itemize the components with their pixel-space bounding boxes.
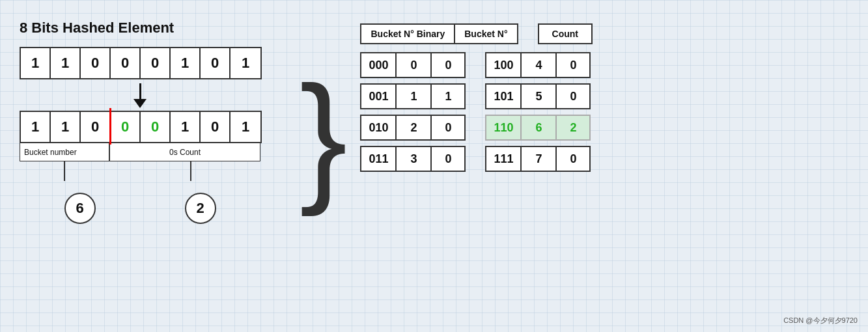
data-column-left: 000 0 0 001 1 1 010 2 0 011 3 0 [360,52,466,172]
top-bit-5: 1 [171,48,201,78]
cell-count: 0 [430,146,466,172]
table-row: 111 7 0 [485,146,591,172]
table-row-highlighted: 110 6 2 [485,115,591,141]
top-bit-1: 1 [51,48,81,78]
left-section: 8 Bits Hashed Element 1 1 0 0 0 1 0 1 1 … [20,13,293,224]
data-column-right: 100 4 0 101 5 0 110 6 2 111 7 0 [485,52,591,172]
table-row: 000 0 0 [360,52,466,78]
bottom-bit-7: 1 [231,112,260,142]
bucket-number-label: Bucket number [20,143,110,161]
credit-text: CSDN @今夕何夕9720 [783,316,858,325]
cell-count: 1 [430,83,466,109]
table-row: 101 5 0 [485,83,591,109]
top-bit-row: 1 1 0 0 0 1 0 1 [20,47,262,79]
header-group-left: Bucket N° Binary Bucket N° [360,23,518,44]
top-bit-7: 1 [231,48,260,78]
table-row: 010 2 0 [360,115,466,141]
bottom-bit-5: 1 [171,112,201,142]
circle-bucket-number: 6 [64,193,96,224]
cell-binary: 001 [360,83,395,109]
cell-num: 2 [395,115,430,141]
cell-binary: 101 [485,83,520,109]
cell-count: 0 [430,115,466,141]
top-bit-4: 0 [141,48,171,78]
cell-binary: 000 [360,52,395,78]
top-bit-0: 1 [21,48,51,78]
bottom-bit-3: 0 [111,112,141,142]
data-section: 000 0 0 001 1 1 010 2 0 011 3 0 [360,52,592,172]
table-header: Bucket N° Binary Bucket N° Count [360,23,592,44]
arrow-down [20,83,260,108]
cell-count: 0 [555,83,591,109]
cell-binary: 111 [485,146,520,172]
header-binary: Bucket N° Binary [361,25,455,43]
cell-num-highlighted: 6 [520,115,555,141]
connector-left [64,161,65,181]
arrow-shaft [139,83,141,99]
circles-row: 6 2 [20,193,260,224]
label-row: Bucket number 0s Count [20,143,260,161]
red-divider-line [109,108,111,145]
cell-count: 0 [555,146,591,172]
bottom-bit-1: 1 [51,112,81,142]
connector-lines [20,161,260,181]
table-row: 001 1 1 [360,83,466,109]
cell-num: 0 [395,52,430,78]
brace-symbol: } [300,65,347,208]
header-bucket-num: Bucket N° [455,25,516,43]
top-bit-2: 0 [81,48,111,78]
cell-num: 5 [520,83,555,109]
brace-section: } [300,13,347,208]
connector-right [190,161,191,181]
circle-zeros-count: 2 [185,193,216,224]
top-bit-3: 0 [111,48,141,78]
cell-count: 0 [430,52,466,78]
arrow-head [133,99,147,108]
bottom-bit-2: 0 [81,112,111,142]
top-bit-6: 0 [201,48,231,78]
right-section: Bucket N° Binary Bucket N° Count 000 0 0… [360,13,592,172]
cell-binary: 010 [360,115,395,141]
cell-count-highlighted: 2 [555,115,591,141]
header-count: Count [538,23,593,44]
cell-count: 0 [555,52,591,78]
bottom-bit-0: 1 [21,112,51,142]
cell-binary: 011 [360,146,395,172]
bottom-bit-6: 0 [201,112,231,142]
bottom-bit-4: 0 [141,112,171,142]
circle-group-left: 6 [64,193,96,224]
cell-num: 3 [395,146,430,172]
circle-group-right: 2 [185,193,216,224]
table-row: 011 3 0 [360,146,466,172]
cell-num: 7 [520,146,555,172]
cell-binary: 100 [485,52,520,78]
zeros-count-label: 0s Count [110,143,260,161]
bottom-bit-row-container: 1 1 0 0 0 1 0 1 Bucket number 0s Count [20,111,262,161]
cell-num: 4 [520,52,555,78]
cell-binary-highlighted: 110 [485,115,520,141]
section-title: 8 Bits Hashed Element [20,20,174,36]
bottom-bit-row: 1 1 0 0 0 1 0 1 [20,111,262,143]
table-row: 100 4 0 [485,52,591,78]
cell-num: 1 [395,83,430,109]
